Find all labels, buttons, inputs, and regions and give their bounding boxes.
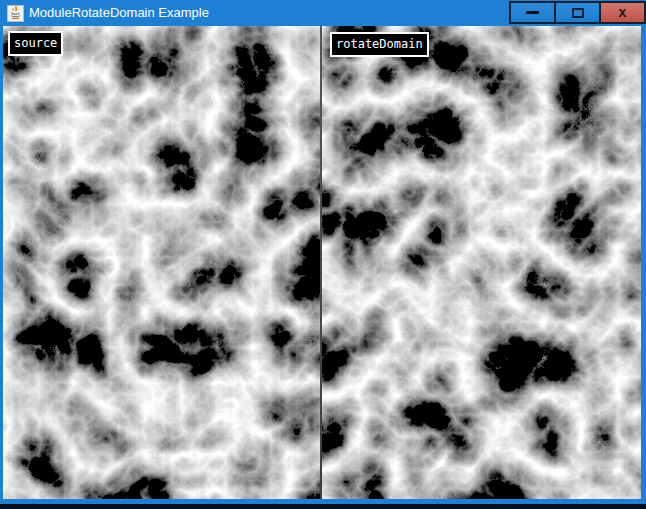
window-shadow [0,504,646,509]
minimize-icon [526,11,539,14]
window-border-right [641,26,646,499]
titlebar[interactable]: ModuleRotateDomain Example x [0,0,646,26]
close-button[interactable]: x [599,1,646,24]
maximize-button[interactable] [554,1,601,24]
rotate-domain-noise-image [322,26,641,499]
window-controls: x [511,0,646,26]
rotate-domain-label: rotateDomain [330,32,429,57]
app-window: ModuleRotateDomain Example x [0,0,646,509]
close-icon: x [619,5,627,19]
content-area: source rotateDoma [0,26,646,499]
java-coffee-cup-icon [7,5,24,22]
source-image-panel: source [3,26,320,499]
source-noise-image [3,26,320,499]
maximize-icon [572,8,584,18]
window-title: ModuleRotateDomain Example [29,0,511,26]
rotate-domain-image-panel: rotateDomain [322,26,641,499]
source-label: source [8,31,63,56]
minimize-button[interactable] [509,1,556,24]
